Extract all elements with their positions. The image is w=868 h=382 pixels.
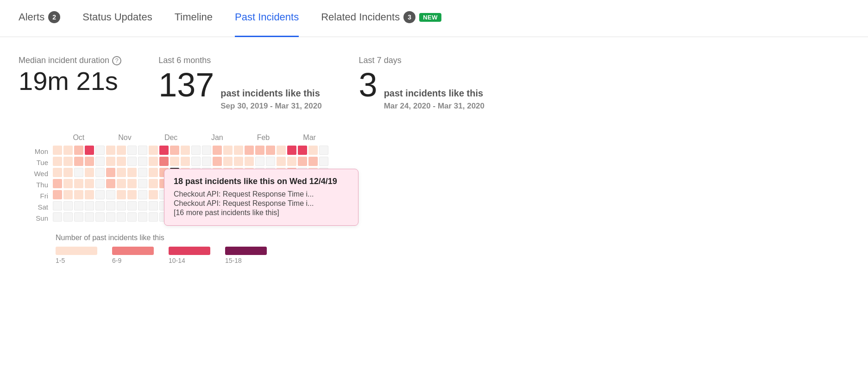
heat-cell[interactable] (213, 146, 222, 155)
heat-cell[interactable] (74, 146, 83, 155)
heat-cell[interactable] (149, 179, 158, 188)
heat-cell[interactable] (202, 146, 211, 155)
heat-cell[interactable] (245, 157, 254, 166)
heat-cell[interactable] (213, 157, 222, 166)
heat-cell[interactable] (85, 168, 94, 177)
heat-cell[interactable] (85, 201, 94, 210)
heat-cell[interactable] (74, 168, 83, 177)
heat-cell[interactable] (53, 168, 62, 177)
heat-cell[interactable] (138, 168, 147, 177)
heat-cell[interactable] (159, 146, 169, 155)
heat-cell[interactable] (63, 157, 73, 166)
heat-cell[interactable] (181, 146, 190, 155)
heat-cell[interactable] (53, 212, 62, 222)
heat-cell[interactable] (74, 190, 83, 199)
heat-cell[interactable] (287, 157, 296, 166)
heat-cell[interactable] (170, 146, 179, 155)
heat-cell[interactable] (85, 179, 94, 188)
heat-cell[interactable] (117, 179, 126, 188)
heat-cell[interactable] (138, 146, 147, 155)
heat-cell[interactable] (117, 201, 126, 210)
heat-cell[interactable] (95, 201, 105, 210)
heat-cell[interactable] (181, 157, 190, 166)
heat-cell[interactable] (106, 190, 115, 199)
heat-cell[interactable] (106, 146, 115, 155)
heat-cell[interactable] (255, 157, 264, 166)
heat-cell[interactable] (74, 212, 83, 222)
heat-cell[interactable] (63, 201, 73, 210)
heat-cell[interactable] (95, 146, 105, 155)
heat-cell[interactable] (117, 146, 126, 155)
heat-cell[interactable] (149, 212, 158, 222)
heat-cell[interactable] (63, 146, 73, 155)
heat-cell[interactable] (170, 157, 179, 166)
heat-cell[interactable] (149, 190, 158, 199)
heat-cell[interactable] (149, 168, 158, 177)
heat-cell[interactable] (117, 168, 126, 177)
heat-cell[interactable] (106, 179, 115, 188)
heat-cell[interactable] (106, 168, 115, 177)
heat-cell[interactable] (127, 179, 137, 188)
heat-cell[interactable] (245, 146, 254, 155)
heat-cell[interactable] (63, 190, 73, 199)
heat-cell[interactable] (53, 146, 62, 155)
heat-cell[interactable] (319, 157, 328, 166)
heat-cell[interactable] (319, 146, 328, 155)
heat-cell[interactable] (255, 146, 264, 155)
heat-cell[interactable] (234, 146, 243, 155)
heat-cell[interactable] (138, 179, 147, 188)
heat-cell[interactable] (191, 146, 201, 155)
heat-cell[interactable] (95, 168, 105, 177)
heat-cell[interactable] (127, 212, 137, 222)
heat-cell[interactable] (53, 190, 62, 199)
heat-cell[interactable] (106, 201, 115, 210)
heat-cell[interactable] (149, 201, 158, 210)
heat-cell[interactable] (266, 157, 275, 166)
heat-cell[interactable] (106, 157, 115, 166)
tab-past-incidents[interactable]: Past Incidents (235, 0, 299, 37)
heat-cell[interactable] (85, 146, 94, 155)
heat-cell[interactable] (63, 168, 73, 177)
tab-related-incidents[interactable]: Related Incidents 3 NEW (321, 0, 441, 37)
tab-alerts[interactable]: Alerts 2 (19, 0, 60, 37)
heat-cell[interactable] (138, 201, 147, 210)
tab-status-updates[interactable]: Status Updates (82, 0, 152, 37)
heat-cell[interactable] (127, 201, 137, 210)
heat-cell[interactable] (85, 190, 94, 199)
heat-cell[interactable] (74, 201, 83, 210)
heat-cell[interactable] (266, 146, 275, 155)
heat-cell[interactable] (234, 157, 243, 166)
heat-cell[interactable] (191, 157, 201, 166)
heat-cell[interactable] (95, 190, 105, 199)
heat-cell[interactable] (53, 201, 62, 210)
heat-cell[interactable] (149, 146, 158, 155)
heat-cell[interactable] (53, 157, 62, 166)
heat-cell[interactable] (127, 168, 137, 177)
heat-cell[interactable] (53, 179, 62, 188)
heat-cell[interactable] (223, 157, 233, 166)
heat-cell[interactable] (95, 179, 105, 188)
heat-cell[interactable] (298, 146, 307, 155)
heat-cell[interactable] (277, 157, 286, 166)
heat-cell[interactable] (138, 190, 147, 199)
heat-cell[interactable] (117, 212, 126, 222)
heat-cell[interactable] (117, 190, 126, 199)
heat-cell[interactable] (63, 212, 73, 222)
heat-cell[interactable] (149, 157, 158, 166)
help-icon[interactable]: ? (112, 56, 121, 65)
heat-cell[interactable] (106, 212, 115, 222)
heat-cell[interactable] (298, 157, 307, 166)
heat-cell[interactable] (127, 190, 137, 199)
heat-cell[interactable] (138, 157, 147, 166)
heat-cell[interactable] (308, 157, 318, 166)
heat-cell[interactable] (127, 146, 137, 155)
heat-cell[interactable] (138, 212, 147, 222)
heat-cell[interactable] (74, 179, 83, 188)
heat-cell[interactable] (223, 146, 233, 155)
heat-cell[interactable] (277, 146, 286, 155)
heat-cell[interactable] (117, 157, 126, 166)
heat-cell[interactable] (202, 157, 211, 166)
heat-cell[interactable] (95, 157, 105, 166)
heat-cell[interactable] (95, 212, 105, 222)
heat-cell[interactable] (85, 157, 94, 166)
